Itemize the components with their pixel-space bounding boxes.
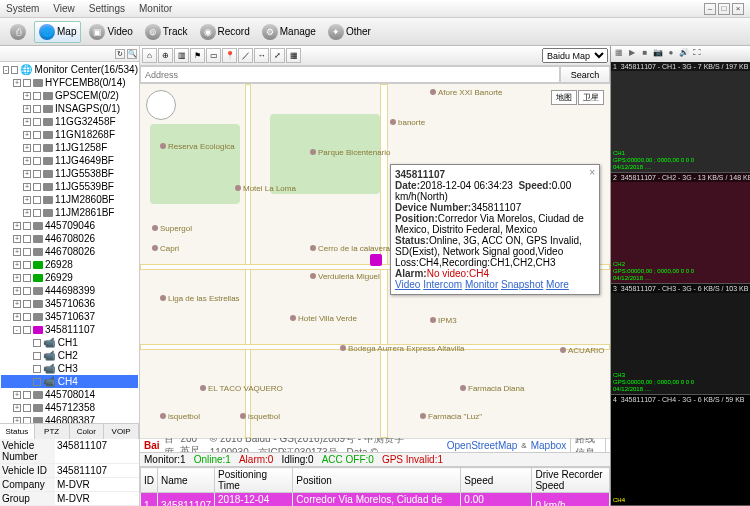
popup-link[interactable]: Intercom [423, 279, 462, 290]
tree-item[interactable]: + 445712358 [1, 401, 138, 414]
data-grid[interactable]: IDNamePositioning Time PositionSpeedDriv… [140, 466, 610, 506]
tree-item[interactable]: + 445708014 [1, 388, 138, 401]
menu-monitor[interactable]: Monitor [139, 3, 172, 14]
tree-item[interactable]: + 446808387 [1, 414, 138, 423]
popup-link[interactable]: Snapshot [501, 279, 543, 290]
tree-channel[interactable]: 📹 CH2 [1, 349, 138, 362]
tree-channel[interactable]: 📹 CH3 [1, 362, 138, 375]
mt-home-icon[interactable]: ⌂ [142, 48, 157, 63]
tree-item[interactable]: + 11JG5539BF [1, 180, 138, 193]
tab-ptz[interactable]: PTZ [35, 424, 70, 439]
cam-rec-icon[interactable]: ● [665, 48, 677, 60]
cam-stop-icon[interactable]: ■ [639, 48, 651, 60]
mapbox-link[interactable]: Mapbox [531, 440, 567, 451]
tab-status[interactable]: Status [0, 424, 35, 439]
tree-item[interactable]: + 11JG4649BF [1, 154, 138, 167]
map-canvas[interactable]: 地图 卫星 Afore XXI BanortebanorteReserva Ec… [140, 84, 610, 438]
mt-rect-icon[interactable]: ▭ [206, 48, 221, 63]
mt-target-icon[interactable]: ⊕ [158, 48, 173, 63]
tree-item[interactable]: + INSAGPS(0/1) [1, 102, 138, 115]
compass-icon[interactable] [146, 90, 176, 120]
menu-settings[interactable]: Settings [89, 3, 125, 14]
camera-feed[interactable]: 4 345811107 - CH4 - 3G - 6 KB/S / 59 KBC… [611, 395, 750, 506]
win-close-icon[interactable]: × [732, 3, 744, 15]
tree-item[interactable]: + 11JM2861BF [1, 206, 138, 219]
tool-track[interactable]: ⊚Track [141, 22, 192, 42]
win-min-icon[interactable]: – [704, 3, 716, 15]
tree-item[interactable]: + 11JM2860BF [1, 193, 138, 206]
table-row[interactable]: 13458111072018-12-04 06:34:23 Corredor V… [141, 493, 610, 507]
camera-header: 1 345811107 - CH1 - 3G - 7 KB/S / 197 KB [611, 62, 750, 71]
tree-root[interactable]: -🌐 Monitor Center(16/534) [1, 63, 138, 76]
map-poi: isquetbol [240, 412, 280, 421]
map-attribution: Bai百度 200 英尺 © 2018 Baidu - GS(2016)2089… [140, 438, 610, 452]
mt-more-icon[interactable]: ▦ [286, 48, 301, 63]
osm-link[interactable]: OpenStreetMap [447, 440, 518, 451]
tool-blank[interactable]: ⎙ [6, 22, 30, 42]
cam-play-icon[interactable]: ▶ [626, 48, 638, 60]
vehicle-info: Vehicle Number345811107 Vehicle ID345811… [0, 439, 139, 506]
tree-item[interactable]: - 345811107 [1, 323, 138, 336]
tree-item[interactable]: + 11JG5538BF [1, 167, 138, 180]
tree-item[interactable]: + 26928 [1, 258, 138, 271]
tool-record[interactable]: ◉Record [196, 22, 254, 42]
tool-manage[interactable]: ⚙Manage [258, 22, 320, 42]
camera-feed[interactable]: 3 345811107 - CH3 - 3G - 6 KB/S / 103 KB… [611, 284, 750, 395]
camera-panel: ▦ ▶ ■ 📷 ● 🔊 ⛶ 1 345811107 - CH1 - 3G - 7… [610, 46, 750, 506]
mt-pin-icon[interactable]: 📍 [222, 48, 237, 63]
map-type-map[interactable]: 地图 [551, 90, 577, 105]
tree-channel[interactable]: 📹 CH1 [1, 336, 138, 349]
map-poi: EL TACO VAQUERO [200, 384, 283, 393]
vehicle-popup: × 345811107 Date:2018-12-04 06:34:23 Spe… [390, 164, 600, 295]
tree-refresh-icon[interactable]: ↻ [115, 49, 125, 59]
camera-feed[interactable]: 2 345811107 - CH2 - 3G - 13 KB/S / 148 K… [611, 173, 750, 284]
cam-grid-icon[interactable]: ▦ [613, 48, 625, 60]
win-max-icon[interactable]: □ [718, 3, 730, 15]
tree-item[interactable]: + 26929 [1, 271, 138, 284]
tree-item[interactable]: + 345710637 [1, 310, 138, 323]
vehicle-marker[interactable] [370, 254, 382, 266]
device-tree[interactable]: -🌐 Monitor Center(16/534)+ HYFCEMB8(0/14… [0, 62, 139, 423]
tab-voip[interactable]: VOIP [104, 424, 139, 439]
tree-item[interactable]: + 446708026 [1, 232, 138, 245]
cam-full-icon[interactable]: ⛶ [691, 48, 703, 60]
tree-item[interactable]: + HYFCEMB8(0/14) [1, 76, 138, 89]
map-poi: Farmacia Diana [460, 384, 524, 393]
camera-header: 3 345811107 - CH3 - 3G - 6 KB/S / 103 KB [611, 284, 750, 293]
tree-item[interactable]: + 345710636 [1, 297, 138, 310]
tree-item[interactable]: + 11GG32458F [1, 115, 138, 128]
tool-map[interactable]: 🌐Map [34, 21, 81, 43]
popup-close-icon[interactable]: × [589, 167, 595, 178]
address-input[interactable] [140, 66, 560, 83]
popup-link[interactable]: Video [395, 279, 420, 290]
tree-channel[interactable]: 📹 CH4 [1, 375, 138, 388]
tree-search-icon[interactable]: 🔍 [127, 49, 137, 59]
search-button[interactable]: Search [560, 66, 610, 83]
tree-item[interactable]: + 446708026 [1, 245, 138, 258]
mt-layer-icon[interactable]: ▥ [174, 48, 189, 63]
map-poi: Afore XXI Banorte [430, 88, 502, 97]
map-provider-select[interactable]: Baidu Map [542, 48, 608, 63]
tree-item[interactable]: + 445709046 [1, 219, 138, 232]
map-type-sat[interactable]: 卫星 [578, 90, 604, 105]
tool-video[interactable]: ▣Video [85, 22, 136, 42]
tree-item[interactable]: + GPSCEM(0/2) [1, 89, 138, 102]
popup-link[interactable]: More [546, 279, 569, 290]
menu-view[interactable]: View [53, 3, 75, 14]
tree-item[interactable]: + 444698399 [1, 284, 138, 297]
mt-line-icon[interactable]: ／ [238, 48, 253, 63]
tree-item[interactable]: + 11JG1258F [1, 141, 138, 154]
mt-flag-icon[interactable]: ⚑ [190, 48, 205, 63]
tool-other[interactable]: ✦Other [324, 22, 375, 42]
mt-ruler-icon[interactable]: ↔ [254, 48, 269, 63]
mt-zoom-icon[interactable]: ⤢ [270, 48, 285, 63]
menu-system[interactable]: System [6, 3, 39, 14]
map-poi: ACUARIO [560, 346, 604, 355]
sidebar: ↻ 🔍 -🌐 Monitor Center(16/534)+ HYFCEMB8(… [0, 46, 140, 506]
tab-color[interactable]: Color [70, 424, 105, 439]
camera-feed[interactable]: 1 345811107 - CH1 - 3G - 7 KB/S / 197 KB… [611, 62, 750, 173]
popup-link[interactable]: Monitor [465, 279, 498, 290]
tree-item[interactable]: + 11GN18268F [1, 128, 138, 141]
cam-vol-icon[interactable]: 🔊 [678, 48, 690, 60]
cam-snap-icon[interactable]: 📷 [652, 48, 664, 60]
